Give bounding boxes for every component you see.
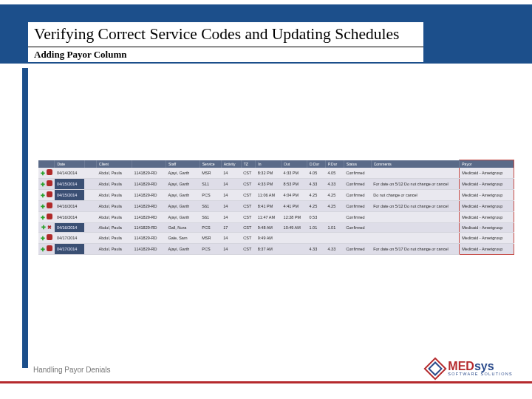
cell-payor: Medicaid - Amerigroup: [460, 201, 514, 212]
plus-icon[interactable]: ✚: [41, 182, 45, 187]
col-activity[interactable]: Activity: [221, 160, 241, 168]
plus-icon[interactable]: ✚: [41, 247, 45, 252]
col-out[interactable]: Out: [282, 160, 307, 168]
left-accent-bar: [22, 68, 28, 368]
cell-out: 4:04 PM: [282, 190, 307, 201]
cell-comments: [371, 168, 460, 179]
cell-staff: Ajayi, Garth: [166, 244, 200, 255]
cell-flag: [84, 244, 96, 255]
table-row[interactable]: ✚ 04/16/2014Abdul, Paula1141829-RDAjayi,…: [38, 201, 514, 212]
table-row[interactable]: ✚ 04/15/2014Abdul, Paula1141829-RDAjayi,…: [38, 179, 514, 190]
col-client[interactable]: Client: [97, 160, 132, 168]
cell-flag: [84, 179, 96, 190]
cell-status: Confirmed: [344, 179, 371, 190]
logo-tagline: SOFTWARE SOLUTIONS: [448, 372, 513, 377]
col-status[interactable]: Status: [344, 160, 371, 168]
col-date[interactable]: Date: [55, 160, 85, 168]
cell-staffid: 1141829-RD: [132, 244, 166, 255]
flag-icon[interactable]: [47, 234, 52, 240]
col-comments[interactable]: Comments: [371, 160, 460, 168]
cell-client: Abdul, Paula: [97, 190, 132, 201]
table-row[interactable]: ✚ 04/17/2014Abdul, Paula1141829-RDAjayi,…: [38, 244, 514, 255]
cell-staffid: 1141829-RD: [132, 233, 166, 244]
plus-icon[interactable]: ✚: [41, 225, 46, 230]
cell-client: Abdul, Paula: [97, 168, 132, 179]
col-ddur[interactable]: D.Dur: [307, 160, 326, 168]
cell-service: S11: [200, 179, 221, 190]
cell-pdur: [325, 212, 344, 223]
cell-staff: Ajayi, Garth: [166, 212, 200, 223]
plus-icon[interactable]: ✚: [41, 204, 45, 209]
plus-icon[interactable]: ✚: [41, 193, 45, 198]
table-row[interactable]: ✚ 04/17/2014Abdul, Paula1141829-RDGale, …: [38, 233, 514, 244]
x-icon[interactable]: ✖: [47, 225, 52, 230]
flag-icon[interactable]: [47, 180, 52, 186]
cell-activity: 14: [221, 168, 241, 179]
flag-icon[interactable]: [47, 202, 52, 208]
cell-date: 04/15/2014: [55, 179, 85, 190]
cell-staffid: 1141829-RD: [132, 223, 166, 233]
cell-status: Confirmed: [344, 201, 371, 212]
cell-client: Abdul, Paula: [97, 179, 132, 190]
cell-flag: [84, 168, 96, 179]
col-tz[interactable]: TZ: [241, 160, 255, 168]
flag-icon[interactable]: [47, 169, 52, 175]
cell-client: Abdul, Paula: [97, 223, 132, 233]
cell-in: 9:49 AM: [256, 233, 282, 244]
cell-payor: Medicaid - Amerigroup: [460, 223, 514, 233]
col-service[interactable]: Service: [200, 160, 221, 168]
cell-client: Abdul, Paula: [97, 212, 132, 223]
table-row[interactable]: ✚ 04/15/2014Abdul, Paula1141829-RDAjayi,…: [38, 190, 514, 201]
plus-icon[interactable]: ✚: [41, 171, 45, 176]
cell-tz: CST: [241, 190, 255, 201]
cell-tz: CST: [241, 201, 255, 212]
cell-in: 11:06 AM: [256, 190, 282, 201]
cell-out: [282, 233, 307, 244]
cell-service: S61: [200, 212, 221, 223]
col-staff[interactable]: Staff: [166, 160, 200, 168]
cell-activity: 14: [221, 190, 241, 201]
col-pdur[interactable]: P.Dur: [325, 160, 344, 168]
cell-pdur: 4.33: [325, 179, 344, 190]
cell-flag: [84, 212, 96, 223]
table-row[interactable]: ✚ ✖04/16/2014Abdul, Paula1141829-RDGall,…: [38, 223, 514, 233]
cell-date: 04/17/2014: [55, 244, 85, 255]
cell-tz: CST: [241, 212, 255, 223]
cell-status: Confirmed: [344, 223, 371, 233]
cell-staffid: 1141829-RD: [132, 212, 166, 223]
flag-icon[interactable]: [47, 245, 52, 251]
cell-status: Confirmed: [344, 244, 371, 255]
cell-flag: [84, 201, 96, 212]
table-row[interactable]: ✚ 04/14/2014Abdul, Paula1141829-RDAjayi,…: [38, 168, 514, 179]
cell-staffid: 1141829-RD: [132, 179, 166, 190]
col-payor[interactable]: Payor: [460, 160, 514, 168]
cell-client: Abdul, Paula: [97, 233, 132, 244]
col-flag[interactable]: [84, 160, 96, 168]
col-staffid[interactable]: [132, 160, 166, 168]
slide-title: Verifying Correct Service Codes and Upda…: [34, 25, 417, 44]
flag-icon[interactable]: [47, 214, 52, 219]
logo-mark-icon: [424, 357, 447, 380]
cell-staff: Ajayi, Garth: [166, 201, 200, 212]
cell-date: 04/15/2014: [55, 190, 85, 201]
cell-activity: 14: [221, 212, 241, 223]
cell-staffid: 1141829-RD: [132, 201, 166, 212]
cell-ddur: 4.25: [307, 201, 326, 212]
cell-pdur: 1.01: [325, 223, 344, 233]
col-in[interactable]: In: [256, 160, 282, 168]
cell-tz: CST: [241, 244, 255, 255]
logo-text-med: MED: [448, 360, 474, 372]
table-row[interactable]: ✚ 04/16/2014Abdul, Paula1141829-RDAjayi,…: [38, 212, 514, 223]
logo-text-sys: sys: [474, 360, 494, 372]
cell-status: Confirmed: [344, 212, 371, 223]
cell-in: 8:37 AM: [256, 244, 282, 255]
cell-pdur: 4.25: [325, 201, 344, 212]
cell-in: 11:47 AM: [256, 212, 282, 223]
plus-icon[interactable]: ✚: [41, 215, 45, 220]
col-icons[interactable]: [38, 160, 55, 168]
schedule-table-wrap: Date Client Staff Service Activity TZ In…: [38, 160, 514, 255]
plus-icon[interactable]: ✚: [41, 236, 45, 241]
flag-icon[interactable]: [47, 191, 52, 197]
cell-in: 8:41 PM: [256, 201, 282, 212]
cell-status: [344, 233, 371, 244]
